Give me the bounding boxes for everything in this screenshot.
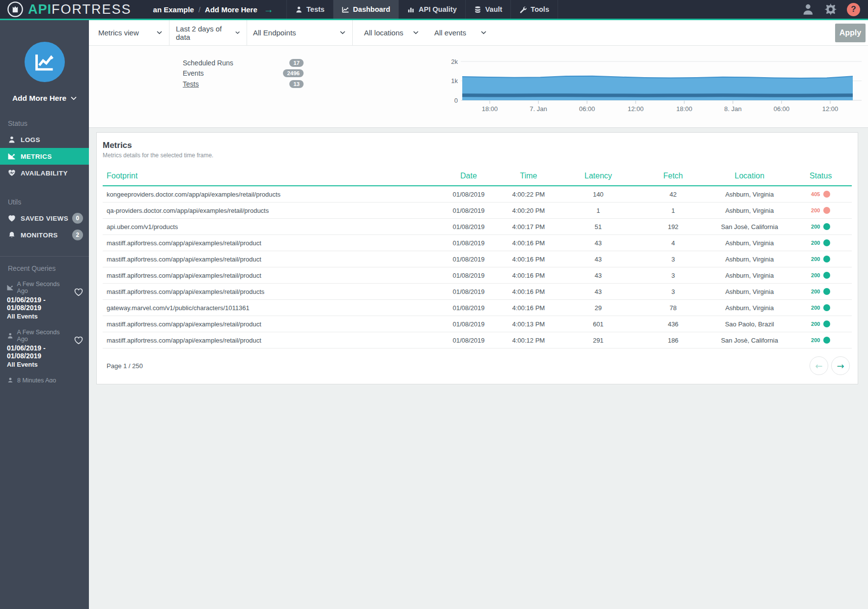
status-cell: 200 (789, 304, 852, 311)
table-header-row: Footprint Date Time Latency Fetch Locati… (103, 168, 852, 186)
previous-page-button[interactable]: ← (810, 356, 828, 375)
bell-icon (8, 231, 16, 239)
sidebar-item-metrics[interactable]: METRICS (0, 148, 89, 165)
latency-cell: 43 (560, 288, 637, 295)
recent-query-item[interactable]: 8 Minutes Ago 01/06/2019 - 01/08/2019 Al… (0, 373, 89, 382)
table-row[interactable]: mastiff.apifortress.com/app/api/examples… (103, 284, 852, 300)
time-cell: 4:00:13 PM (498, 320, 560, 328)
location-cell: San Josè, California (709, 223, 789, 231)
status-cell: 405 (789, 191, 852, 198)
fetch-cell: 192 (637, 223, 709, 231)
apifortress-dashboard: APIFORTRESS an Example / Add More Here →… (0, 0, 868, 609)
fetch-cell: 4 (637, 239, 709, 247)
breadcrumb-divider: / (198, 5, 200, 14)
svg-text:1k: 1k (451, 77, 458, 85)
view-mode-dropdown[interactable]: Metrics view (97, 20, 169, 45)
sidebar-item-monitors[interactable]: MONITORS 2 (0, 227, 89, 243)
tab-api-quality[interactable]: API Quality (398, 0, 465, 19)
tab-vault[interactable]: Vault (465, 0, 511, 19)
table-row[interactable]: mastiff.apifortress.com/app/api/examples… (103, 332, 852, 348)
status-dot (823, 256, 830, 262)
stat-count-badge: 17 (289, 59, 304, 67)
dropdown-value: Last 2 days of data (176, 25, 228, 41)
svg-text:7. Jan: 7. Jan (530, 105, 547, 113)
stat-label-link[interactable]: Tests (183, 80, 199, 88)
pagination-controls: ← → (810, 356, 851, 375)
settings-gear-icon[interactable] (824, 3, 837, 16)
location-cell: Ashburn, Virginia (709, 272, 789, 279)
status-cell: 200 (789, 223, 852, 230)
endpoints-dropdown[interactable]: All Endpoints (247, 20, 353, 45)
tab-tests[interactable]: Tests (286, 0, 333, 19)
user-icon (7, 377, 14, 382)
table-row[interactable]: mastiff.apifortress.com/app/api/examples… (103, 316, 852, 332)
workspace-selector[interactable]: Add More Here (0, 94, 89, 103)
time-cell: 4:00:12 PM (498, 337, 560, 344)
sidebar-item-label: METRICS (21, 153, 52, 160)
table-row[interactable]: mastiff.apifortress.com/app/api/examples… (103, 235, 852, 251)
footprint-cell: mastiff.apifortress.com/app/api/examples… (103, 239, 440, 247)
sidebar-divider (0, 256, 89, 257)
table-row[interactable]: kongeeproviders.doctor.com/app/api/examp… (103, 186, 852, 203)
locations-dropdown[interactable]: All locations (353, 20, 425, 45)
tab-tools[interactable]: Tools (510, 0, 558, 19)
breadcrumb-project[interactable]: an Example (153, 5, 194, 14)
status-dot (823, 337, 830, 344)
logo-text-api: API (28, 2, 52, 17)
tab-label: Vault (485, 5, 503, 13)
project-avatar[interactable] (25, 42, 65, 82)
sidebar-item-saved-views[interactable]: SAVED VIEWS 0 (0, 210, 89, 227)
metrics-card: Metrics Metrics details for the selected… (96, 132, 858, 384)
apifortress-logo[interactable]: APIFORTRESS (0, 0, 139, 19)
table-row[interactable]: qa-providers.doctor.com/app/api/examples… (103, 203, 852, 219)
recent-query-item[interactable]: A Few Seconds Ago 01/06/2019 - 01/08/201… (0, 324, 89, 373)
next-page-button[interactable]: → (831, 356, 850, 375)
table-row[interactable]: mastiff.apifortress.com/app/api/examples… (103, 251, 852, 267)
status-code: 200 (811, 272, 820, 278)
svg-text:06:00: 06:00 (579, 105, 595, 113)
svg-text:2k: 2k (451, 58, 458, 65)
svg-text:8. Jan: 8. Jan (724, 105, 741, 113)
stat-scheduled-runs: Scheduled Runs 17 (183, 58, 304, 68)
table-row[interactable]: api.uber.com/v1/products 01/08/2019 4:00… (103, 219, 852, 235)
date-cell: 01/08/2019 (440, 304, 497, 312)
status-dot (823, 320, 830, 327)
overview-panel: Scheduled Runs 17 Events 2496 Tests 13 0… (89, 46, 868, 128)
time-range-dropdown[interactable]: Last 2 days of data (169, 20, 247, 45)
breadcrumb-arrow-icon[interactable]: → (264, 4, 274, 15)
events-dropdown[interactable]: All events (425, 20, 493, 45)
stat-count-badge: 13 (289, 80, 304, 88)
bar-chart-icon (407, 6, 415, 13)
date-cell: 01/08/2019 (440, 256, 497, 263)
apply-button[interactable]: Apply (835, 24, 866, 42)
main-content: Metrics Metrics details for the selected… (89, 128, 868, 609)
favorite-heart-icon[interactable] (74, 287, 84, 297)
table-row[interactable]: mastiff.apifortress.com/app/api/examples… (103, 267, 852, 284)
stat-events: Events 2496 (183, 68, 304, 79)
location-cell: Ashburn, Virginia (709, 256, 789, 263)
recent-query-item[interactable]: A Few Seconds Ago 01/06/2019 - 01/08/201… (0, 276, 89, 324)
location-cell: Ashburn, Virginia (709, 191, 789, 198)
time-cell: 4:00:16 PM (498, 256, 560, 263)
help-icon[interactable]: ? (847, 3, 860, 16)
user-profile-icon[interactable] (802, 3, 814, 16)
breadcrumb-page[interactable]: Add More Here (205, 5, 257, 14)
dropdown-value: All locations (364, 29, 403, 37)
status-cell: 200 (789, 288, 852, 295)
footprint-cell: mastiff.apifortress.com/app/api/examples… (103, 272, 440, 279)
favorite-heart-icon[interactable] (74, 335, 84, 345)
date-cell: 01/08/2019 (440, 207, 497, 214)
tab-dashboard[interactable]: Dashboard (333, 0, 399, 19)
location-cell: Ashburn, Virginia (709, 239, 789, 247)
query-scope: All Events (7, 313, 70, 320)
table-row[interactable]: gateway.marvel.com/v1/public/characters/… (103, 300, 852, 316)
sidebar-item-availability[interactable]: AVAILABILITY (0, 165, 89, 181)
footprint-cell: mastiff.apifortress.com/app/api/examples… (103, 337, 440, 344)
breadcrumb: an Example / Add More Here → (153, 0, 274, 19)
table-footer: Page 1 / 250 ← → (103, 353, 852, 379)
column-header-time: Time (498, 172, 560, 180)
sidebar-item-logs[interactable]: LOGS (0, 131, 89, 148)
footprint-cell: mastiff.apifortress.com/app/api/examples… (103, 256, 440, 263)
time-cell: 4:00:17 PM (498, 223, 560, 231)
database-icon (474, 6, 481, 13)
